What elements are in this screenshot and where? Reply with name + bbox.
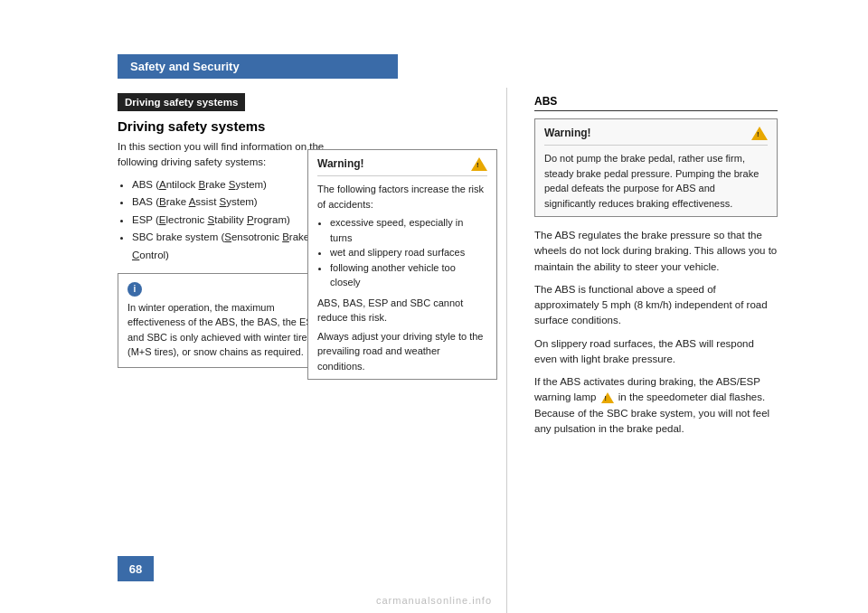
list-item: ESP (Electronic Stability Program) [132,212,335,230]
abs-section-title: ABS [534,95,778,111]
abs-body-p2: The ABS is functional above a speed of a… [534,282,778,329]
list-item: SBC brake system (Sensotronic Brake Cont… [132,229,335,264]
warning-box-right: Warning! ! Do not pump the brake pedal, … [534,118,778,217]
list-item: wet and slippery road surfaces [330,245,487,260]
list-item: BAS (Brake Assist System) [132,193,335,212]
warning-section-left: Warning! ! The following factors increas… [307,79,497,613]
right-column: ABS Warning! ! Do not pump the brake ped… [506,88,805,613]
section-header-bar: Safety and Security [118,54,398,79]
section-bar: Driving safety systems [118,93,245,111]
abs-body-p4: If the ABS activates during braking, the… [534,374,778,437]
header-title: Safety and Security [130,60,240,73]
list-item: ABS (Antilock Brake System) [132,176,335,194]
abs-body-p3: On slippery road surfaces, the ABS will … [534,336,778,368]
section-heading: Driving safety systems [118,118,335,134]
warning-triangle-right-icon: ! [751,127,768,140]
intro-text: In this section you will find informatio… [118,139,335,171]
left-column: Driving safety systems Driving safety sy… [0,79,353,613]
abs-body-p1: The ABS regulates the brake pressure so … [534,228,778,275]
warning-footer1: ABS, BAS, ESP and SBC cannot reduce this… [317,296,487,325]
warning-box-left: Warning! ! The following factors increas… [307,149,497,380]
warning-triangle-icon: ! [471,157,487,171]
info-box-text: In winter operation, the maximum effecti… [127,302,321,358]
warning-text-right: Do not pump the brake pedal, rather use … [544,153,759,209]
abs-warning-lamp-icon: ! [601,392,614,403]
list-item: excessive speed, especially in turns [330,215,487,245]
footer-watermark: carmanualsonline.info [0,595,868,606]
systems-list: ABS (Antilock Brake System) BAS (Brake A… [132,176,335,265]
info-box: i In winter operation, the maximum effec… [118,273,335,368]
info-icon: i [127,282,142,297]
page-number-box: 68 [118,556,154,581]
warning-footer2: Always adjust your driving style to the … [317,329,487,374]
warning-intro: The following factors increase the risk … [317,182,487,212]
warning-header-left: Warning! ! [317,156,487,176]
warning-header-right: Warning! ! [544,125,768,146]
list-item: following another vehicle too closely [330,260,487,290]
